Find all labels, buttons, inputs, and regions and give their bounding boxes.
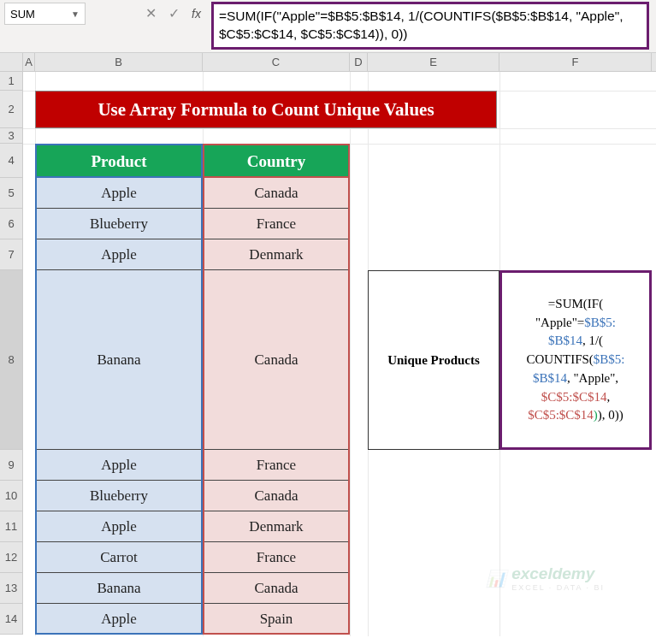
formula-controls: ✕ ✓ fx <box>145 5 201 21</box>
row-header[interactable]: 8 <box>0 270 23 450</box>
row-header[interactable]: 5 <box>0 178 23 209</box>
watermark-brand: exceldemy <box>511 564 605 583</box>
product-range-selection <box>35 178 203 635</box>
row-header[interactable]: 2 <box>0 91 23 128</box>
gridline <box>23 128 656 129</box>
country-header-selection <box>203 144 350 178</box>
select-all-corner[interactable] <box>0 53 23 71</box>
col-header[interactable]: F <box>499 53 652 71</box>
row-header[interactable]: 13 <box>0 573 23 604</box>
row-header[interactable]: 14 <box>0 604 23 635</box>
formula-display-cell[interactable]: =SUM(IF( "Apple"=$B$5: $B$14, 1/( COUNTI… <box>499 270 652 450</box>
unique-products-label-cell[interactable]: Unique Products <box>368 270 499 450</box>
col-header[interactable]: C <box>203 53 350 71</box>
row-headers: 1 2 3 4 5 6 7 8 9 10 11 12 13 14 <box>0 72 23 635</box>
row-header[interactable]: 6 <box>0 209 23 239</box>
row-header[interactable]: 11 <box>0 511 23 542</box>
row-header[interactable]: 7 <box>0 239 23 270</box>
formula-bar[interactable]: =SUM(IF("Apple"=$B$5:$B$14, 1/(COUNTIFS(… <box>219 8 641 44</box>
fx-icon[interactable]: fx <box>192 7 201 21</box>
name-box[interactable]: SUM ▼ <box>4 3 86 25</box>
spreadsheet-grid: A B C D E F 1 2 3 4 5 6 7 8 9 10 11 12 1… <box>0 53 656 635</box>
column-headers: A B C D E F <box>0 53 656 72</box>
row-header[interactable]: 10 <box>0 481 23 511</box>
page-title: Use Array Formula to Count Unique Values <box>35 91 497 128</box>
chevron-down-icon[interactable]: ▼ <box>71 9 80 19</box>
sheet-cells[interactable]: Use Array Formula to Count Unique Values… <box>23 72 656 635</box>
row-header[interactable]: 9 <box>0 450 23 481</box>
formula-strip: SUM ▼ ✕ ✓ fx =SUM(IF("Apple"=$B$5:$B$14,… <box>0 0 656 53</box>
chart-icon: 📊 <box>486 569 506 588</box>
col-header[interactable]: B <box>35 53 203 71</box>
col-header[interactable]: A <box>23 53 35 71</box>
page-title-text: Use Array Formula to Count Unique Values <box>98 99 434 121</box>
accept-icon[interactable]: ✓ <box>168 5 180 21</box>
cancel-icon[interactable]: ✕ <box>145 5 157 21</box>
formula-display: =SUM(IF( "Apple"=$B$5: $B$14, 1/( COUNTI… <box>526 295 624 425</box>
row-header[interactable]: 4 <box>0 144 23 178</box>
row-header[interactable]: 3 <box>0 128 23 144</box>
gridline <box>350 72 351 636</box>
col-header[interactable]: D <box>350 53 368 71</box>
col-header[interactable]: E <box>368 53 499 71</box>
formula-bar-highlight: =SUM(IF("Apple"=$B$5:$B$14, 1/(COUNTIFS(… <box>211 2 649 50</box>
watermark-tag: EXCEL · DATA · BI <box>511 583 605 592</box>
name-box-value: SUM <box>10 8 35 21</box>
unique-products-label: Unique Products <box>387 353 480 368</box>
country-range-selection <box>203 178 350 635</box>
product-header-selection <box>35 144 203 178</box>
row-header[interactable]: 12 <box>0 542 23 573</box>
watermark: 📊 exceldemy EXCEL · DATA · BI <box>486 564 605 592</box>
row-header[interactable]: 1 <box>0 72 23 91</box>
